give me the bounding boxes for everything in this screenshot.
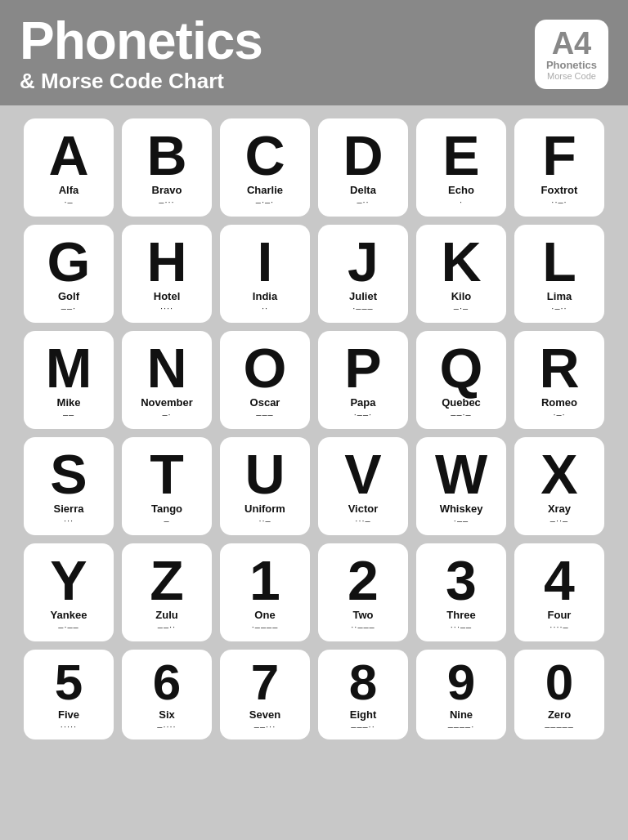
- chart-row-3: SSierra···TTango–UUniform··–VVictor···–W…: [10, 437, 618, 535]
- morse-Y: –·––: [58, 622, 78, 632]
- badge-size: A4: [552, 28, 592, 59]
- letter-R: R: [539, 340, 579, 395]
- cell-I: IIndia··: [220, 225, 310, 323]
- morse-6: –····: [157, 722, 176, 731]
- letter-F: F: [542, 127, 576, 183]
- letter-H: H: [146, 234, 186, 289]
- letter-O: O: [244, 340, 287, 395]
- word-O: Oscar: [250, 396, 280, 409]
- word-7: Seven: [249, 708, 280, 721]
- cell-L: LLima·–··: [514, 225, 604, 323]
- morse-E: ·: [460, 197, 463, 207]
- morse-R: ·–·: [553, 409, 565, 419]
- cell-R: RRomeo·–·: [514, 331, 604, 429]
- cell-0: 0Zero–––––: [514, 650, 604, 739]
- chart-area: AAlfa·–BBravo–···CCharlie–·–·DDelta–··EE…: [0, 105, 628, 840]
- word-6: Six: [159, 708, 175, 721]
- cell-O: OOscar–––: [220, 331, 310, 429]
- morse-Q: ––·–: [451, 409, 471, 419]
- morse-S: ···: [64, 516, 74, 525]
- letter-J: J: [348, 234, 379, 289]
- morse-I: ··: [262, 303, 268, 313]
- cell-3: 3Three···––: [416, 543, 506, 641]
- word-Z: Zulu: [155, 609, 177, 621]
- morse-K: –·–: [454, 303, 469, 313]
- word-V: Victor: [348, 503, 379, 515]
- morse-9: ––––·: [448, 722, 475, 731]
- morse-W: ·––: [454, 516, 469, 525]
- letter-2: 2: [348, 552, 379, 608]
- word-1: One: [254, 609, 275, 621]
- letter-1: 1: [249, 552, 280, 608]
- letter-V: V: [344, 446, 381, 502]
- letter-Q: Q: [440, 340, 483, 395]
- morse-3: ···––: [451, 622, 472, 632]
- cell-M: MMike––: [24, 331, 114, 429]
- word-R: Romeo: [541, 396, 577, 409]
- cell-S: SSierra···: [24, 437, 114, 535]
- morse-L: ·–··: [551, 303, 567, 313]
- cell-G: GGolf––·: [24, 225, 114, 323]
- cell-6: 6Six–····: [122, 650, 212, 739]
- morse-H: ····: [160, 303, 173, 313]
- letter-I: I: [258, 234, 273, 289]
- word-C: Charlie: [247, 184, 283, 196]
- morse-J: ·–––: [352, 303, 373, 313]
- cell-P: PPapa·––·: [318, 331, 408, 429]
- cell-1: 1One·––––: [220, 543, 310, 641]
- letter-L: L: [542, 234, 576, 289]
- letter-W: W: [435, 446, 487, 502]
- morse-F: ··–·: [551, 197, 567, 207]
- cell-C: CCharlie–·–·: [220, 118, 310, 217]
- cell-V: VVictor···–: [318, 437, 408, 535]
- chart-row-0: AAlfa·–BBravo–···CCharlie–·–·DDelta–··EE…: [10, 118, 618, 217]
- chart-row-5: 5Five·····6Six–····7Seven––···8Eight–––·…: [10, 650, 618, 739]
- letter-Z: Z: [150, 552, 184, 608]
- letter-Y: Y: [50, 552, 87, 608]
- letter-M: M: [46, 340, 92, 395]
- word-3: Three: [446, 609, 475, 621]
- letter-0: 0: [545, 657, 573, 708]
- letter-6: 6: [153, 657, 181, 708]
- letter-A: A: [48, 127, 88, 183]
- letter-3: 3: [446, 552, 477, 608]
- word-9: Nine: [450, 708, 473, 721]
- morse-D: –··: [357, 197, 369, 207]
- letter-E: E: [442, 127, 479, 183]
- cell-Z: ZZulu––··: [122, 543, 212, 641]
- letter-N: N: [146, 340, 186, 395]
- letter-U: U: [244, 446, 285, 502]
- morse-7: ––···: [254, 722, 276, 731]
- word-5: Five: [58, 708, 79, 721]
- word-0: Zero: [548, 708, 571, 721]
- cell-4: 4Four····–: [514, 543, 604, 641]
- cell-9: 9Nine––––·: [416, 650, 506, 739]
- cell-A: AAlfa·–: [24, 118, 114, 217]
- morse-0: –––––: [545, 722, 574, 731]
- letter-S: S: [50, 446, 87, 502]
- word-I: India: [253, 290, 277, 302]
- word-N: November: [141, 396, 193, 409]
- word-M: Mike: [57, 396, 81, 409]
- letter-K: K: [441, 234, 481, 289]
- morse-A: ·–: [64, 197, 73, 207]
- morse-V: ···–: [355, 516, 370, 525]
- cell-Y: YYankee–·––: [24, 543, 114, 641]
- cell-7: 7Seven––···: [220, 650, 310, 739]
- cell-D: DDelta–··: [318, 118, 408, 217]
- letter-P: P: [344, 340, 381, 395]
- morse-8: –––··: [351, 722, 375, 731]
- cell-H: HHotel····: [122, 225, 212, 323]
- cell-Q: QQuebec––·–: [416, 331, 506, 429]
- badge-line1: Phonetics: [546, 59, 597, 71]
- morse-1: ·––––: [252, 622, 279, 632]
- cell-T: TTango–: [122, 437, 212, 535]
- word-2: Two: [352, 609, 373, 621]
- letter-C: C: [244, 127, 285, 183]
- letter-X: X: [541, 446, 577, 502]
- morse-M: ––: [63, 409, 74, 419]
- cell-N: NNovember–·: [122, 331, 212, 429]
- chart-row-1: GGolf––·HHotel····IIndia··JJuliet·–––KKi…: [10, 225, 618, 323]
- word-L: Lima: [547, 290, 572, 302]
- morse-2: ··–––: [351, 622, 375, 632]
